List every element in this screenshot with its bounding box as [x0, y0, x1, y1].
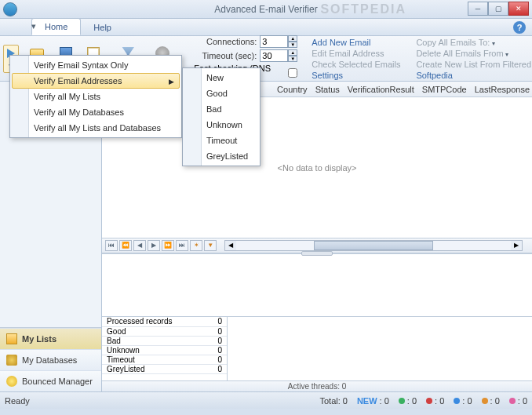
sidebar-item-bounced[interactable]: Bounced Manager [0, 370, 101, 391]
nav-prev-page-icon[interactable]: ⏪ [119, 240, 132, 251]
softpedia-link[interactable]: Softpedia [416, 71, 532, 80]
timeout-input[interactable] [260, 49, 288, 62]
col-response[interactable]: LastResponse [472, 85, 532, 94]
empty-text: <No data to display> [278, 163, 357, 173]
add-new-email-link[interactable]: Add New Email [312, 38, 400, 47]
sidebar-item-databases[interactable]: My Databases [0, 349, 101, 370]
nav-bookmark-icon[interactable]: ✶ [190, 240, 202, 251]
close-button[interactable]: ✕ [508, 2, 529, 16]
new-badge: NEW [357, 396, 377, 406]
verify-submenu: New Good Bad Unknown Timeout GreyListed [182, 67, 261, 166]
menu-item-all-lists-db[interactable]: Verify all My Lists and Databases [12, 120, 180, 136]
nav-next-icon[interactable]: ▶ [148, 240, 160, 251]
database-icon [6, 355, 17, 366]
col-country[interactable]: Country [275, 85, 310, 94]
qat-dropdown-icon[interactable]: ▾ [31, 21, 41, 34]
minimize-button[interactable]: ─ [468, 2, 488, 16]
create-list-link[interactable]: Create New List From Filtered Data [416, 60, 532, 69]
dot-icon [399, 398, 405, 404]
submenu-arrow-icon: ▶ [169, 78, 174, 86]
stats-table: Processed records0 Good0 Bad0 Unknown0 T… [102, 317, 228, 380]
table-row: Good0 [102, 326, 227, 336]
status-ready: Ready [5, 396, 30, 406]
detail-pane [102, 253, 532, 316]
connections-label: Connections: [194, 37, 257, 46]
bounce-icon [6, 376, 17, 387]
dot-icon [509, 398, 516, 404]
copy-emails-link[interactable]: Copy All Emails To: [416, 38, 532, 47]
connections-input[interactable] [260, 35, 288, 48]
submenu-good[interactable]: Good [184, 86, 258, 101]
nav-last-icon[interactable]: ⏭ [176, 240, 188, 251]
dot-icon [454, 398, 460, 404]
menu-item-addresses[interactable]: Verify Email Addresses▶ [12, 73, 180, 89]
col-status[interactable]: Status [313, 85, 342, 94]
dot-icon [482, 398, 488, 404]
ribbon-tabs: ▾ Home Help ? [0, 19, 532, 36]
table-row: GreyListed0 [102, 364, 227, 373]
status-bar: Ready Total: 0 NEW: 0 : 0 : 0 : 0 : 0 : … [0, 391, 532, 409]
fast-checking-checkbox[interactable] [288, 68, 297, 78]
horizontal-scrollbar[interactable]: ◀▶ [224, 240, 523, 251]
table-row: Processed records0 [102, 317, 227, 326]
spin-up-icon[interactable]: ▲ [288, 35, 297, 42]
maximize-button[interactable]: ▢ [488, 2, 508, 16]
sidebar-item-lists[interactable]: My Lists [0, 328, 101, 349]
edit-email-link[interactable]: Edit Email Address [312, 49, 400, 58]
submenu-new[interactable]: New [184, 70, 258, 86]
splitter-handle[interactable] [301, 251, 333, 256]
sidebar-label: Bounced Manager [22, 377, 93, 386]
table-row: Bad0 [102, 336, 227, 345]
nav-first-icon[interactable]: ⏮ [105, 240, 118, 251]
menu-item-syntax[interactable]: Verify Email Syntax Only [12, 57, 180, 73]
check-selected-link[interactable]: Check Selected Emails [312, 60, 400, 69]
dot-icon [426, 398, 432, 404]
spin-up-icon[interactable]: ▲ [288, 49, 297, 56]
delete-emails-link[interactable]: Delete All Emails From [416, 49, 532, 58]
table-row: Unknown0 [102, 345, 227, 355]
nav-prev-icon[interactable]: ◀ [133, 240, 146, 251]
settings-link[interactable]: Settings [312, 71, 400, 80]
title-bar: Advanced E-mail Verifier SOFTPEDIA ─ ▢ ✕ [0, 0, 532, 19]
sidebar-label: My Lists [22, 334, 56, 344]
submenu-timeout[interactable]: Timeout [184, 133, 258, 148]
nav-filter-icon[interactable]: ▼ [204, 240, 217, 251]
table-row: Timeout0 [102, 355, 227, 364]
status-total: Total: 0 [319, 396, 347, 406]
tab-help[interactable]: Help [81, 20, 124, 35]
watermark: SOFTPEDIA [320, 2, 406, 16]
menu-item-all-lists[interactable]: Verify all My Lists [12, 89, 180, 104]
submenu-bad[interactable]: Bad [184, 101, 258, 117]
window-title: Advanced E-mail Verifier [214, 4, 317, 15]
nav-next-page-icon[interactable]: ⏩ [162, 240, 174, 251]
col-smtp[interactable]: SMTPCode [420, 85, 469, 94]
lists-icon [6, 333, 17, 344]
submenu-unknown[interactable]: Unknown [184, 117, 258, 133]
sidebar-label: My Databases [22, 355, 77, 365]
col-verification[interactable]: VerificationResult [345, 85, 417, 94]
menu-item-all-databases[interactable]: Verify all My Databases [12, 104, 180, 120]
help-icon[interactable]: ? [513, 21, 526, 34]
app-orb-icon[interactable] [3, 2, 17, 16]
submenu-greylisted[interactable]: GreyListed [184, 148, 258, 164]
spin-down-icon[interactable]: ▼ [288, 56, 297, 62]
timeout-label: Timeout (sec): [194, 51, 257, 60]
active-threads: Active threads: 0 [102, 380, 532, 391]
spin-down-icon[interactable]: ▼ [288, 42, 297, 48]
verify-menu: Verify Email Syntax Only Verify Email Ad… [9, 55, 182, 138]
